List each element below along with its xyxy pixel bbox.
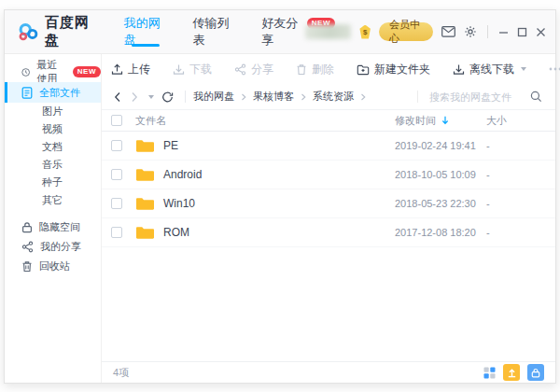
upload-icon — [111, 63, 123, 76]
offline-download-button[interactable]: 离线下载 — [453, 62, 526, 77]
download-button[interactable]: 下载 — [173, 62, 212, 77]
sidebar-item-my-shares[interactable]: 我的分享 — [5, 237, 101, 257]
chevron-down-icon — [148, 95, 154, 99]
column-header-modified-time[interactable]: 修改时间 — [395, 114, 486, 128]
file-row[interactable]: ROM 2017-12-08 18:20 - — [102, 218, 555, 247]
delete-button[interactable]: 删除 — [296, 62, 334, 77]
settings-button[interactable] — [464, 25, 477, 38]
breadcrumb-guohe-blog[interactable]: 果核博客 — [253, 90, 294, 104]
baidu-netdisk-logo-icon — [18, 22, 38, 42]
close-icon — [536, 27, 546, 37]
share-icon — [21, 241, 34, 253]
breadcrumb-separator-icon — [301, 93, 306, 101]
row-checkbox[interactable] — [111, 140, 122, 151]
gear-icon — [464, 25, 477, 38]
sidebar-item-label: 文档 — [42, 140, 63, 154]
file-name-cell: Android — [135, 168, 395, 182]
minimize-button[interactable] — [498, 27, 509, 37]
row-checkbox[interactable] — [111, 169, 122, 180]
back-button[interactable] — [113, 91, 122, 103]
mail-button[interactable] — [441, 26, 455, 37]
sidebar-item-music[interactable]: 音乐 — [5, 156, 101, 174]
mail-icon — [441, 26, 455, 37]
quick-upload-button[interactable] — [503, 364, 520, 381]
sidebar-item-all-files[interactable]: 全部文件 — [5, 82, 101, 103]
column-header-size[interactable]: 大小 — [486, 114, 544, 128]
file-size: - — [486, 198, 544, 209]
file-name[interactable]: Win10 — [163, 197, 195, 210]
upload-button[interactable]: 上传 — [111, 62, 150, 77]
app-window: 百度网盘 我的网盘 传输列表 好友分享 NEW $ 会员中心 — [4, 9, 556, 384]
vip-badge[interactable]: $ — [359, 25, 371, 39]
username-redacted[interactable] — [305, 24, 351, 39]
sidebar-item-label: 视频 — [42, 122, 63, 136]
maximize-button[interactable] — [517, 27, 527, 37]
column-header-name[interactable]: 文件名 — [135, 114, 395, 128]
file-modified-time: 2018-10-05 10:09 — [395, 169, 486, 180]
new-badge: NEW — [73, 66, 101, 77]
toolbar-label: 离线下载 — [469, 62, 514, 77]
row-checkbox[interactable] — [111, 227, 122, 238]
sidebar-item-recent[interactable]: 最近使用 NEW — [5, 62, 101, 82]
file-size: - — [486, 169, 544, 180]
app-title: 百度网盘 — [45, 14, 100, 49]
file-name-cell: ROM — [135, 226, 395, 240]
sidebar-item-label: 种子 — [42, 175, 63, 189]
breadcrumb-system-resources[interactable]: 系统资源 — [313, 90, 354, 104]
sidebar-item-label: 我的分享 — [40, 240, 81, 254]
select-all-checkbox[interactable] — [111, 115, 122, 126]
breadcrumb-separator-icon — [241, 93, 246, 101]
forward-button[interactable] — [130, 91, 139, 103]
new-folder-icon — [357, 63, 370, 76]
tab-transfer-list[interactable]: 传输列表 — [193, 10, 237, 53]
file-name[interactable]: Android — [163, 168, 202, 181]
search-box — [417, 91, 542, 103]
more-button[interactable]: 更多 — [549, 62, 560, 77]
file-name-cell: PE — [135, 139, 395, 153]
sidebar-item-hidden-space[interactable]: 隐藏空间 — [5, 217, 101, 237]
refresh-button[interactable] — [161, 91, 174, 103]
lock-icon — [21, 221, 33, 233]
chevron-right-icon — [130, 91, 139, 103]
hidden-space-lock-button[interactable] — [527, 364, 544, 381]
tab-my-drive[interactable]: 我的网盘 — [124, 10, 168, 53]
sidebar-item-label: 回收站 — [39, 259, 70, 273]
sidebar-item-label: 其它 — [42, 193, 63, 207]
sidebar-item-torrents[interactable]: 种子 — [5, 174, 101, 191]
sidebar-item-pictures[interactable]: 图片 — [5, 103, 101, 120]
file-modified-time: 2017-12-08 18:20 — [395, 227, 486, 238]
file-row[interactable]: PE 2019-02-24 19:41 - — [102, 132, 555, 161]
pagination-grid-button[interactable] — [483, 367, 496, 379]
tab-friend-share[interactable]: 好友分享 NEW — [261, 10, 305, 53]
breadcrumb-my-drive[interactable]: 我的网盘 — [193, 90, 234, 104]
sidebar-item-documents[interactable]: 文档 — [5, 138, 101, 156]
history-dropdown-button[interactable] — [147, 95, 154, 99]
sidebar-item-label: 隐藏空间 — [39, 220, 80, 234]
desktop-background: 百度网盘 我的网盘 传输列表 好友分享 NEW $ 会员中心 — [0, 0, 560, 392]
search-icon[interactable] — [530, 91, 542, 103]
statusbar-buttons — [483, 364, 544, 381]
file-row[interactable]: Win10 2018-05-23 22:30 - — [102, 189, 555, 218]
titlebar-right: $ 会员中心 — [305, 22, 546, 41]
share-button[interactable]: 分享 — [234, 62, 273, 77]
search-input[interactable] — [429, 91, 530, 103]
main-content: 上传 下载 — [102, 54, 555, 383]
sidebar-item-recycle-bin[interactable]: 回收站 — [5, 257, 101, 276]
member-center-button[interactable]: 会员中心 — [379, 22, 433, 41]
row-checkbox[interactable] — [111, 198, 122, 209]
sort-desc-arrow-icon — [441, 116, 449, 125]
file-modified-time: 2018-05-23 22:30 — [395, 198, 486, 209]
file-row[interactable]: Android 2018-10-05 10:09 - — [102, 161, 555, 189]
sidebar-item-videos[interactable]: 视频 — [5, 120, 101, 138]
offline-download-icon — [453, 63, 465, 76]
upload-arrow-icon — [507, 368, 517, 378]
close-button[interactable] — [536, 27, 546, 37]
sidebar-item-others[interactable]: 其它 — [5, 191, 101, 209]
share-icon — [234, 63, 246, 76]
file-name[interactable]: PE — [163, 139, 178, 152]
refresh-icon — [161, 91, 174, 103]
new-folder-button[interactable]: 新建文件夹 — [357, 62, 430, 77]
toolbar: 上传 下载 — [102, 54, 555, 84]
lock-icon — [531, 368, 540, 378]
file-name[interactable]: ROM — [163, 226, 189, 239]
